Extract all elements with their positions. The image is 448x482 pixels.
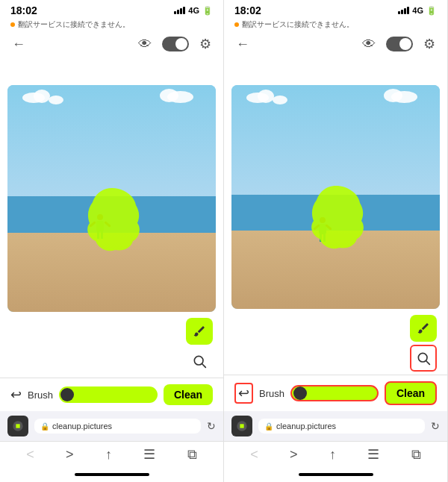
status-icons-right: 4G 🔋 <box>398 6 437 16</box>
signal-bars-right <box>398 7 409 14</box>
right-panel: 18:02 4G 🔋 翻訳サービスに接続できません。 ← 👁 ⚙ <box>224 0 448 482</box>
toggle-switch-right[interactable] <box>386 37 413 51</box>
brush-label-left: Brush <box>28 389 53 401</box>
search-tool-btn-left[interactable] <box>186 348 213 375</box>
signal-bars-left <box>174 7 185 14</box>
eye-icon-left[interactable]: 👁 <box>138 37 152 52</box>
status-icons-left: 4G 🔋 <box>174 6 213 16</box>
search-icon-right <box>416 351 431 366</box>
nav-forward-btn-right[interactable]: > <box>290 447 298 463</box>
translation-bar-left: 翻訳サービスに接続できません。 <box>0 18 223 31</box>
spacer-right <box>224 57 447 79</box>
signal-bar-3 <box>180 8 182 14</box>
network-type-right: 4G <box>412 6 423 15</box>
nav-back-btn-right[interactable]: < <box>250 447 258 463</box>
browser-url-left[interactable]: 🔒 cleanup.pictures <box>34 419 201 434</box>
settings-icon-left[interactable]: ⚙ <box>199 36 211 52</box>
brush-knob-right <box>293 386 307 400</box>
left-panel: 18:02 4G 🔋 翻訳サービスに接続できません。 ← 👁 ⚙ <box>0 0 224 482</box>
cloud-r5 <box>384 89 402 102</box>
undo-btn-right[interactable]: ↩ <box>234 383 253 404</box>
nav-tabs-btn-right[interactable]: ⧉ <box>411 447 421 463</box>
translation-text-right: 翻訳サービスに接続できません。 <box>242 19 354 30</box>
settings-icon-right[interactable]: ⚙ <box>423 36 435 52</box>
green-blob-right <box>306 182 366 253</box>
refresh-btn-left[interactable]: ↻ <box>207 420 216 432</box>
toolbar-icons-right <box>224 312 447 375</box>
nav-right-right: 👁 ⚙ <box>362 36 435 52</box>
back-button-left[interactable]: ← <box>12 37 25 52</box>
battery-icon-right: 🔋 <box>426 6 437 16</box>
signal-bar-r3 <box>404 8 406 14</box>
image-area-left <box>7 85 216 312</box>
translation-bar-right: 翻訳サービスに接続できません。 <box>224 18 447 31</box>
home-indicator-right <box>224 467 447 482</box>
toggle-switch-left[interactable] <box>162 37 189 51</box>
cloud-5 <box>160 89 178 102</box>
nav-book-btn-left[interactable]: ☰ <box>143 446 155 463</box>
network-type-left: 4G <box>188 6 199 15</box>
svg-line-4 <box>426 361 430 365</box>
clean-btn-left[interactable]: Clean <box>164 384 213 405</box>
time-right: 18:02 <box>234 4 261 16</box>
brush-tool-btn-left[interactable] <box>186 318 213 345</box>
translation-text-left: 翻訳サービスに接続できません。 <box>18 19 130 30</box>
lock-icon-right: 🔒 <box>264 422 273 431</box>
refresh-btn-right[interactable]: ↻ <box>431 420 440 432</box>
nav-book-btn-right[interactable]: ☰ <box>367 446 379 463</box>
bottom-toolbar-right: ↩ Brush Clean <box>224 375 447 411</box>
spacer-left <box>0 57 223 79</box>
url-text-left: cleanup.pictures <box>52 422 112 431</box>
cloud-r2 <box>258 90 274 103</box>
nav-tabs-btn-left[interactable]: ⧉ <box>187 447 197 463</box>
toggle-knob-right <box>399 38 411 50</box>
browser-nav-right: < > ↑ ☰ ⧉ <box>224 441 447 467</box>
status-bar-left: 18:02 4G 🔋 <box>0 0 223 18</box>
brush-label-right: Brush <box>259 388 284 399</box>
brush-knob-left <box>60 388 74 401</box>
brush-toggle-left[interactable] <box>59 386 158 403</box>
signal-bar-r1 <box>398 11 400 14</box>
signal-bar-r2 <box>401 10 403 14</box>
translation-dot-left <box>10 22 15 27</box>
battery-icon-left: 🔋 <box>202 6 213 16</box>
url-text-right: cleanup.pictures <box>276 422 336 431</box>
search-icon-left <box>192 354 207 369</box>
beach-scene-right <box>231 85 440 309</box>
nav-share-btn-left[interactable]: ↑ <box>105 447 112 463</box>
toggle-knob-left <box>175 38 187 50</box>
brush-tool-btn-right[interactable] <box>410 315 437 342</box>
cloud-r3 <box>273 96 287 104</box>
eye-icon-right[interactable]: 👁 <box>362 37 376 52</box>
signal-bar-r4 <box>407 7 409 14</box>
clean-btn-right[interactable]: Clean <box>385 381 437 405</box>
back-button-right[interactable]: ← <box>236 37 249 52</box>
nav-forward-btn-left[interactable]: > <box>66 447 74 463</box>
browser-favicon-left <box>7 416 28 436</box>
browser-bar-right: 🔒 cleanup.pictures ↻ <box>224 411 447 441</box>
brush-toggle-right[interactable] <box>290 385 379 401</box>
nav-bar-left: ← 👁 ⚙ <box>0 31 223 57</box>
signal-bar-2 <box>177 10 179 14</box>
browser-favicon-right <box>231 416 252 436</box>
browser-url-right[interactable]: 🔒 cleanup.pictures <box>258 419 425 434</box>
signal-bar-1 <box>174 11 176 14</box>
home-indicator-left <box>0 467 223 482</box>
nav-back-btn-left[interactable]: < <box>26 447 34 463</box>
cloud-3 <box>49 96 63 104</box>
image-area-right <box>231 85 440 309</box>
toolbar-icons-left <box>0 315 223 378</box>
brush-icon-right <box>417 322 430 335</box>
nav-share-btn-right[interactable]: ↑ <box>329 447 336 463</box>
search-tool-btn-right[interactable] <box>410 345 437 372</box>
beach-scene-left <box>7 85 216 312</box>
status-bar-right: 18:02 4G 🔋 <box>224 0 447 18</box>
undo-btn-left[interactable]: ↩ <box>10 386 22 403</box>
home-bar-left <box>75 473 149 476</box>
favicon-icon-left <box>12 420 24 432</box>
browser-bar-left: 🔒 cleanup.pictures ↻ <box>0 411 223 441</box>
favicon-icon-right <box>236 420 248 432</box>
lock-icon-left: 🔒 <box>40 422 49 431</box>
cloud-2 <box>34 90 50 103</box>
signal-bar-4 <box>183 7 185 14</box>
